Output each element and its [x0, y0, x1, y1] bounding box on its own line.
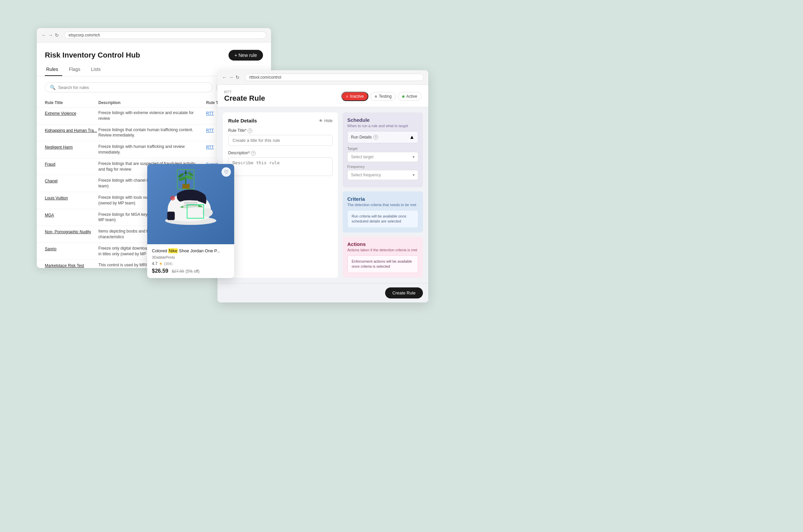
- active-button[interactable]: Active: [398, 92, 422, 101]
- schedule-title: Schedule: [347, 117, 418, 123]
- product-image: [147, 164, 234, 244]
- search-icon: 🔍: [50, 84, 56, 90]
- refresh-button-2[interactable]: ↻: [235, 75, 240, 80]
- rule-title-link[interactable]: Extreme Violence: [45, 111, 76, 116]
- plant-illustration: [176, 168, 196, 191]
- product-card: ♡ Colored Nike Shoe Jordan One P... 3Dab…: [147, 164, 234, 278]
- url-bar-1[interactable]: [64, 32, 266, 39]
- actions-message: Enforcement actions will be available on…: [347, 255, 418, 273]
- rule-title-cell: Fraud: [45, 161, 98, 167]
- criteria-message: Run criteria will be available once sche…: [347, 210, 418, 228]
- rule-details-panel: Rule Details 👁 Hide Rule Title* ? Des: [223, 112, 338, 278]
- rtt-label: RTT: [224, 90, 265, 94]
- url-bar-2[interactable]: [245, 74, 424, 81]
- forward-button-2[interactable]: →: [229, 75, 233, 80]
- target-select[interactable]: Select target ▾: [347, 152, 418, 162]
- testing-dot: [375, 95, 377, 98]
- rule-title-link[interactable]: MGA: [45, 213, 54, 217]
- tab-rules[interactable]: Rules: [45, 64, 62, 76]
- active-dot: [402, 95, 404, 98]
- rule-desc-cell: Freeze listings that contain human traff…: [98, 127, 206, 138]
- rule-type-link[interactable]: RTT: [206, 145, 214, 150]
- rule-title-group: Rule Title* ?: [228, 128, 332, 146]
- rule-title-link[interactable]: Kidnapping and Human Tra...: [45, 128, 97, 133]
- rule-title-link[interactable]: Louis Vuitton: [45, 196, 68, 201]
- col-description: Description: [98, 100, 206, 105]
- product-price: $26.59: [152, 268, 168, 274]
- new-rule-button[interactable]: + New rule: [229, 50, 263, 60]
- title-area: RTT Create Rule: [224, 90, 265, 103]
- create-rule-body: Rule Details 👁 Hide Rule Title* ? Des: [217, 107, 428, 283]
- criteria-title: Criteria: [347, 196, 418, 202]
- favorite-button[interactable]: ♡: [222, 167, 231, 177]
- rule-desc-label: Description* ?: [228, 151, 332, 156]
- frequency-field-group: Frequency Select frequency ▾: [347, 165, 418, 180]
- rule-type-link[interactable]: RTT: [206, 111, 214, 116]
- schedule-panel: Schedule When to run a rule and what to …: [343, 112, 423, 187]
- frequency-select[interactable]: Select frequency ▾: [347, 170, 418, 180]
- title-info-icon[interactable]: ?: [248, 129, 252, 133]
- rating-value: 4.7: [152, 261, 158, 266]
- tab-lists[interactable]: Lists: [90, 64, 105, 76]
- create-rule-content: RTT Create Rule Inactive Testing Active: [217, 84, 428, 302]
- product-discount: (5% off): [186, 269, 200, 274]
- target-label: Target: [347, 147, 418, 151]
- tab-flags[interactable]: Flags: [68, 64, 84, 76]
- rule-title-label: Rule Title* ?: [228, 128, 332, 133]
- inactive-dot: [346, 95, 348, 98]
- product-price-row: $26.59 $27.99 (5% off): [152, 268, 230, 274]
- rule-title-cell: Marketplace Risk Test: [45, 262, 98, 268]
- rule-title-link[interactable]: Fraud: [45, 162, 55, 167]
- rule-title-link[interactable]: Sanrio: [45, 247, 57, 251]
- desc-info-icon[interactable]: ?: [251, 151, 255, 156]
- rule-title-cell: Non- Pornographic Nudity: [45, 229, 98, 234]
- svg-rect-1: [183, 201, 198, 208]
- target-field-group: Target Select target ▾: [347, 147, 418, 162]
- refresh-button[interactable]: ↻: [55, 33, 59, 38]
- hide-button[interactable]: 👁 Hide: [319, 118, 332, 123]
- rule-title-link[interactable]: Chanel: [45, 179, 58, 183]
- rule-title-cell: MGA: [45, 212, 98, 218]
- rule-title-link[interactable]: Marketplace Risk Test: [45, 263, 84, 268]
- browser-toolbar-1: ← → ↻: [37, 28, 271, 42]
- rule-title-cell: Kidnapping and Human Tra...: [45, 127, 98, 133]
- product-image-area: ♡: [147, 164, 234, 244]
- chevron-down-icon-freq: ▾: [413, 173, 415, 177]
- rule-title-link[interactable]: Negligent Harm: [45, 145, 73, 150]
- rule-title-input[interactable]: [228, 135, 332, 146]
- inactive-button[interactable]: Inactive: [341, 92, 368, 101]
- rule-title-cell: Negligent Harm: [45, 144, 98, 150]
- page-title-1: Risk Inventory Control Hub: [45, 51, 140, 60]
- rule-desc-textarea[interactable]: [228, 157, 332, 176]
- create-rule-footer: Create Rule: [217, 283, 428, 302]
- eye-icon: 👁: [319, 118, 323, 123]
- forward-button[interactable]: →: [48, 33, 53, 38]
- chevron-up-icon: ▲: [409, 134, 415, 140]
- rule-title-cell: Louis Vuitton: [45, 195, 98, 201]
- run-details-label: Run Details ?: [351, 135, 378, 139]
- svg-rect-6: [167, 212, 175, 220]
- search-input[interactable]: [58, 85, 208, 90]
- testing-button[interactable]: Testing: [370, 92, 396, 101]
- schedule-subtitle: When to run a rule and what to target: [347, 124, 418, 128]
- criteria-subtitle: The detection criteria that needs to be …: [347, 203, 418, 207]
- rule-title-cell: Extreme Violence: [45, 110, 98, 116]
- product-original-price: $27.99: [172, 269, 184, 274]
- actions-subtitle: Actions taken if the detection criteria …: [347, 248, 418, 252]
- run-details-header[interactable]: Run Details ? ▲: [347, 131, 418, 143]
- col-rule-title: Rule Title: [45, 100, 98, 105]
- criteria-panel: Criteria The detection criteria that nee…: [343, 191, 423, 232]
- frequency-label: Frequency: [347, 165, 418, 169]
- svg-point-7: [170, 196, 175, 201]
- back-button[interactable]: ←: [41, 33, 46, 38]
- svg-marker-15: [184, 170, 187, 174]
- product-name: Colored Nike Shoe Jordan One P...: [152, 248, 230, 254]
- product-details: Colored Nike Shoe Jordan One P... 3Dabbl…: [147, 244, 234, 278]
- product-rating: 4.7 ★ (304): [152, 261, 230, 266]
- create-rule-header: RTT Create Rule Inactive Testing Active: [217, 84, 428, 107]
- rule-type-link[interactable]: RTT: [206, 128, 214, 133]
- panel-title-row: Rule Details 👁 Hide: [228, 118, 332, 124]
- back-button-2[interactable]: ←: [222, 75, 227, 80]
- rule-title-link[interactable]: Non- Pornographic Nudity: [45, 230, 91, 234]
- create-rule-button[interactable]: Create Rule: [385, 287, 423, 299]
